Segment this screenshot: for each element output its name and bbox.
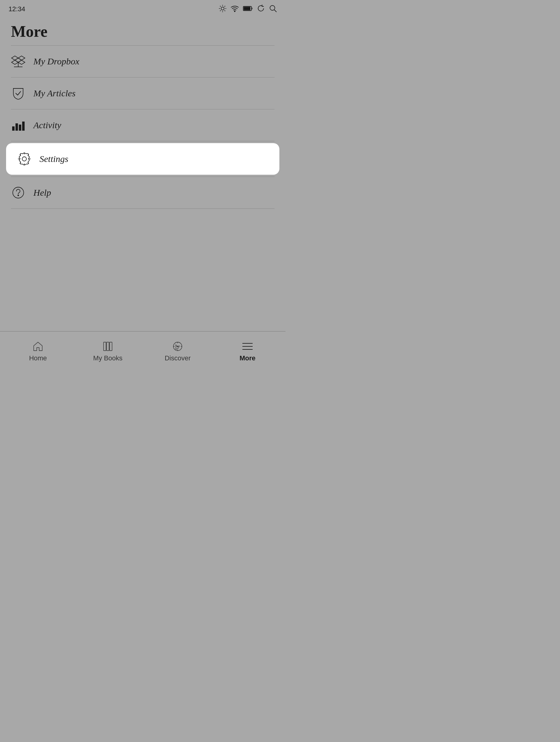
discover-nav-icon: [172, 340, 184, 353]
brightness-icon: [219, 5, 227, 14]
svg-rect-29: [104, 342, 106, 351]
bottom-nav: Home My Books Discover: [0, 331, 285, 371]
articles-icon: [11, 86, 25, 101]
svg-line-8: [220, 10, 221, 11]
page-title: More: [0, 17, 285, 45]
more-nav-label: More: [240, 354, 256, 362]
svg-rect-23: [15, 123, 18, 131]
mybooks-nav-label: My Books: [93, 354, 123, 362]
svg-marker-18: [11, 60, 18, 64]
activity-label: Activity: [34, 120, 61, 130]
status-time: 12:34: [8, 5, 25, 13]
svg-rect-30: [107, 342, 109, 351]
activity-icon: [11, 118, 25, 132]
dropbox-label: My Dropbox: [34, 56, 79, 66]
svg-point-0: [221, 7, 224, 10]
svg-line-7: [224, 6, 225, 6]
svg-rect-11: [244, 7, 250, 10]
menu-item-activity[interactable]: Activity: [0, 109, 285, 141]
svg-rect-31: [110, 342, 112, 351]
more-nav-icon: [241, 340, 254, 353]
svg-rect-25: [22, 121, 24, 131]
svg-line-5: [220, 6, 221, 6]
svg-point-9: [234, 11, 235, 11]
divider-3: [11, 141, 275, 141]
sync-icon: [257, 5, 265, 14]
menu-item-articles[interactable]: My Articles: [0, 77, 285, 109]
status-icons: [219, 5, 277, 14]
menu-item-dropbox[interactable]: My Dropbox: [0, 46, 285, 77]
divider-5: [11, 208, 275, 209]
settings-label: Settings: [40, 154, 68, 164]
svg-line-13: [274, 10, 276, 12]
svg-marker-16: [18, 56, 25, 60]
nav-item-home[interactable]: Home: [3, 337, 73, 365]
home-nav-icon: [32, 340, 44, 353]
svg-line-6: [224, 10, 225, 11]
wifi-icon: [231, 5, 239, 13]
nav-item-mybooks[interactable]: My Books: [73, 337, 143, 365]
menu-list: My Dropbox My Articles Activity: [0, 46, 285, 209]
help-icon: [11, 186, 25, 200]
svg-rect-22: [12, 126, 14, 131]
svg-point-28: [18, 195, 19, 196]
nav-item-discover[interactable]: Discover: [143, 337, 213, 365]
battery-icon: [243, 6, 253, 13]
search-icon[interactable]: [269, 5, 277, 14]
svg-marker-17: [15, 58, 21, 62]
mybooks-nav-icon: [102, 340, 114, 353]
svg-marker-19: [18, 60, 25, 64]
discover-nav-label: Discover: [165, 354, 191, 362]
svg-point-26: [22, 157, 26, 161]
help-label: Help: [34, 188, 51, 198]
menu-item-settings[interactable]: Settings: [6, 143, 279, 175]
status-bar: 12:34: [0, 0, 285, 17]
svg-rect-24: [19, 124, 21, 131]
svg-marker-15: [11, 56, 18, 60]
home-nav-label: Home: [29, 354, 47, 362]
nav-item-more[interactable]: More: [213, 337, 282, 365]
settings-icon: [17, 152, 32, 166]
menu-item-help[interactable]: Help: [0, 177, 285, 208]
dropbox-icon: [11, 54, 25, 69]
svg-point-27: [13, 187, 24, 198]
articles-label: My Articles: [34, 88, 76, 98]
